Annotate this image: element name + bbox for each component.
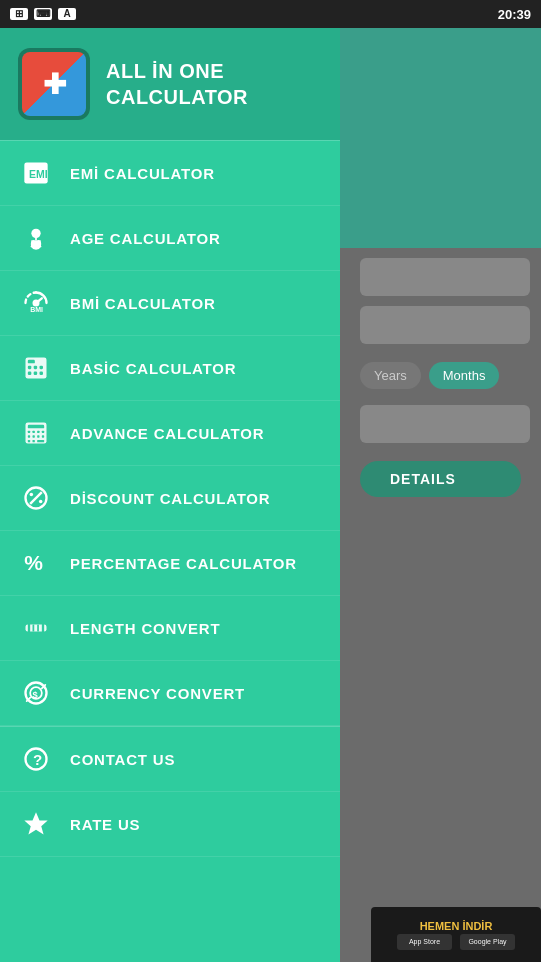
menu-item-emi[interactable]: EMI EMİ CALCULATOR: [0, 141, 340, 206]
svg-rect-28: [33, 440, 35, 442]
icon-a: A: [58, 8, 76, 20]
svg-rect-18: [28, 425, 44, 429]
bmi-icon: BMI: [18, 285, 54, 321]
age-icon: [18, 220, 54, 256]
svg-rect-23: [28, 435, 30, 437]
svg-rect-19: [28, 431, 30, 433]
banner-title: HEMEN İNDİR: [397, 920, 515, 932]
google-store-badge[interactable]: Google Play: [460, 934, 515, 950]
app-logo: [18, 48, 90, 120]
bottom-banner: HEMEN İNDİR App Store Google Play: [371, 907, 541, 962]
svg-rect-15: [34, 372, 38, 376]
svg-marker-45: [24, 812, 47, 834]
menu-item-discount[interactable]: DİSCOUNT CALCULATOR: [0, 466, 340, 531]
svg-text:EMI: EMI: [29, 168, 48, 180]
svg-rect-24: [33, 435, 35, 437]
svg-rect-21: [37, 431, 39, 433]
menu-item-advance[interactable]: ADVANCE CALCULATOR: [0, 401, 340, 466]
svg-rect-10: [28, 360, 35, 364]
details-button[interactable]: DETAILS: [360, 461, 521, 497]
menu-item-basic[interactable]: BASİC CALCULATOR: [0, 336, 340, 401]
svg-rect-20: [33, 431, 35, 433]
menu-item-age[interactable]: AGE CALCULATOR: [0, 206, 340, 271]
svg-rect-39: [42, 623, 44, 632]
svg-point-32: [30, 493, 33, 497]
banner-stores: App Store Google Play: [397, 934, 515, 950]
menu-item-length[interactable]: LENGTH CONVERT: [0, 596, 340, 661]
svg-text:$: $: [33, 690, 39, 700]
menu-label-emi: EMİ CALCULATOR: [70, 165, 215, 182]
emi-icon: EMI: [18, 155, 54, 191]
menu-label-rate: RATE US: [70, 816, 140, 833]
contact-icon: ?: [18, 741, 54, 777]
svg-text:BMI: BMI: [30, 306, 43, 313]
google-store-label: Google Play: [468, 938, 506, 945]
icon-keyboard: ⌨: [34, 8, 52, 20]
menu-label-bmi: BMİ CALCULATOR: [70, 295, 216, 312]
percentage-icon: %: [18, 545, 54, 581]
advance-icon: [18, 415, 54, 451]
logo-inner: [22, 52, 86, 116]
input-field-2[interactable]: [360, 306, 530, 344]
svg-rect-12: [34, 366, 38, 370]
svg-text:%: %: [24, 551, 43, 574]
menu-item-percentage[interactable]: % PERCENTAGE CALCULATOR: [0, 531, 340, 596]
svg-rect-29: [37, 440, 44, 442]
input-field-1[interactable]: [360, 258, 530, 296]
apple-store-label: App Store: [409, 938, 440, 945]
menu-item-currency[interactable]: $ CURRENCY CONVERT: [0, 661, 340, 726]
status-time: 20:39: [498, 7, 531, 22]
app-title: ALL İN ONECALCULATOR: [106, 58, 248, 110]
drawer: ALL İN ONECALCULATOR EMI EMİ CALCULATOR: [0, 28, 340, 962]
apple-store-badge[interactable]: App Store: [397, 934, 452, 950]
menu-label-length: LENGTH CONVERT: [70, 620, 220, 637]
svg-rect-26: [42, 435, 44, 437]
menu-list: EMI EMİ CALCULATOR AGE CALCULATOR: [0, 141, 340, 962]
menu-label-basic: BASİC CALCULATOR: [70, 360, 236, 377]
svg-point-33: [39, 500, 43, 504]
menu-item-bmi[interactable]: BMI BMİ CALCULATOR: [0, 271, 340, 336]
input-field-3[interactable]: [360, 405, 530, 443]
menu-item-contact[interactable]: ? CONTACT US: [0, 727, 340, 792]
icon-grid: ⊞: [10, 8, 28, 20]
svg-rect-13: [40, 366, 44, 370]
svg-rect-11: [28, 366, 31, 370]
svg-rect-16: [40, 372, 44, 376]
svg-rect-36: [28, 623, 30, 632]
tab-months[interactable]: Months: [429, 362, 500, 389]
tab-years[interactable]: Years: [360, 362, 421, 389]
svg-point-2: [31, 229, 40, 238]
length-icon: [18, 610, 54, 646]
menu-label-percentage: PERCENTAGE CALCULATOR: [70, 555, 297, 572]
menu-label-contact: CONTACT US: [70, 751, 175, 768]
menu-label-currency: CURRENCY CONVERT: [70, 685, 245, 702]
svg-rect-22: [42, 431, 44, 433]
menu-label-age: AGE CALCULATOR: [70, 230, 221, 247]
svg-rect-38: [37, 625, 39, 632]
svg-text:?: ?: [33, 751, 42, 768]
menu-label-advance: ADVANCE CALCULATOR: [70, 425, 264, 442]
drawer-header: ALL İN ONECALCULATOR: [0, 28, 340, 140]
svg-rect-37: [33, 625, 35, 632]
svg-rect-25: [37, 435, 39, 437]
svg-rect-27: [28, 440, 30, 442]
menu-item-rate[interactable]: RATE US: [0, 792, 340, 857]
svg-rect-14: [28, 372, 31, 376]
currency-icon: $: [18, 675, 54, 711]
status-icons: ⊞ ⌨ A: [10, 8, 76, 20]
menu-label-discount: DİSCOUNT CALCULATOR: [70, 490, 270, 507]
basic-icon: [18, 350, 54, 386]
discount-icon: [18, 480, 54, 516]
rate-icon: [18, 806, 54, 842]
status-bar: ⊞ ⌨ A 20:39: [0, 0, 541, 28]
